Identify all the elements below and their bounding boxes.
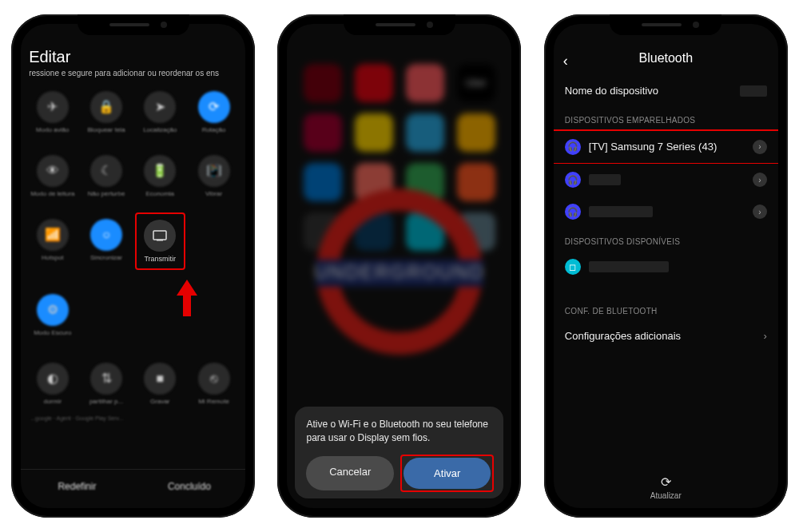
cast-label: Transmitir (144, 255, 176, 263)
refresh-icon: ⟳ (554, 474, 778, 490)
device-name-value-redacted (740, 85, 767, 97)
screen-2: Uber UNDERGROUND Ative o Wi-Fi e o Bluet… (287, 24, 511, 508)
paired-device-2[interactable]: 🎧 › (554, 164, 778, 196)
underground-logo: UNDERGROUND (312, 184, 487, 359)
tile-dark-mode[interactable]: ⚙Modo Escuro (27, 288, 78, 342)
tile-dnd[interactable]: ☾Não perturbe (81, 149, 131, 203)
cast-icon (144, 220, 176, 252)
paired-device-3[interactable]: 🎧 › (554, 196, 778, 228)
tile-empty (189, 212, 239, 267)
chevron-right-icon[interactable]: › (753, 173, 767, 187)
device-label-redacted (589, 174, 621, 185)
share-icon: ⇅ (90, 363, 122, 395)
tile-cast-highlighted[interactable]: Transmitir (135, 212, 185, 270)
paired-section-header: DISPOSITIVOS EMPARELHADOS (554, 106, 778, 129)
remote-icon: ⎋ (198, 363, 230, 395)
airplane-icon: ✈ (37, 91, 69, 123)
eye-icon: 👁 (37, 155, 69, 187)
device-icon: ◻ (565, 259, 581, 275)
tiles-row-5: ◐dormir ⇅partilhar p... ■Gravar ⎋Mi Remo… (21, 351, 245, 415)
svg-rect-1 (157, 240, 163, 241)
hotspot-icon: 📶 (37, 219, 69, 251)
tile-airplane[interactable]: ✈Modo avião (27, 85, 78, 139)
phone-3: ‹ Bluetooth Nome do dispositivo DISPOSIT… (544, 14, 788, 518)
edit-title: Editar (29, 48, 237, 66)
notch (610, 14, 721, 35)
small-text: ...google · Agent · Google Play Serv... (21, 415, 245, 421)
rotate-icon: ⟳ (198, 91, 230, 123)
tile-remote[interactable]: ⎋Mi Remote (189, 356, 239, 411)
tile-lock[interactable]: 🔒Bloquear tela (81, 85, 131, 139)
chevron-right-icon[interactable]: › (753, 204, 767, 219)
device-label-redacted (589, 206, 653, 217)
device-name-label: Nome do dispositivo (565, 85, 658, 97)
cancel-button[interactable]: Cancelar (306, 456, 394, 490)
tile-sleep[interactable]: ◐dormir (27, 356, 78, 411)
tile-location[interactable]: ➤Localização (135, 85, 185, 139)
headphone-icon: 🎧 (565, 139, 581, 155)
contrast-icon: ◐ (37, 363, 69, 395)
svg-rect-0 (153, 231, 166, 240)
tiles-row-2: 👁Modo de leitura ☾Não perturbe 🔋Economia… (21, 144, 245, 208)
done-button[interactable]: Concluído (133, 470, 246, 503)
tile-vibrate[interactable]: 📳Vibrar (189, 149, 239, 203)
svg-text:UNDERGROUND: UNDERGROUND (314, 261, 485, 283)
tiles-row-4: ⚙Modo Escuro (21, 283, 245, 347)
refresh-button[interactable]: ⟳ Atualizar (554, 474, 778, 500)
conf-section-header: CONF. DE BLUETOOTH (554, 297, 778, 320)
tile-sync[interactable]: ○Sincronizar (81, 212, 131, 267)
edit-subtitle: ressione e segure para adicionar ou reor… (29, 68, 237, 78)
page-title: Bluetooth (639, 51, 694, 66)
tile-rotation[interactable]: ⟳Rotação (189, 85, 239, 139)
notch (78, 14, 189, 35)
activate-button[interactable]: Ativar (403, 458, 491, 489)
location-icon: ➤ (144, 91, 176, 123)
phone-1: Editar ressione e segure para adicionar … (11, 14, 255, 518)
more-settings-label: Configurações adicionais (565, 330, 681, 342)
tiles-row-1: ✈Modo avião 🔒Bloquear tela ➤Localização … (21, 80, 245, 144)
tiles-row-3: 📶Hotspot ○Sincronizar Transmitir (21, 208, 245, 275)
available-section-header: DISPOSITIVOS DISPONÍVEIS (554, 228, 778, 251)
vibrate-icon: 📳 (198, 155, 230, 187)
wifi-bluetooth-dialog: Ative o Wi-Fi e o Bluetooth no seu telef… (295, 407, 503, 498)
record-icon: ■ (144, 363, 176, 395)
screen-1: Editar ressione e segure para adicionar … (21, 24, 245, 508)
phone-2: Uber UNDERGROUND Ative o Wi-Fi e o Bluet… (277, 14, 521, 518)
tile-read-mode[interactable]: 👁Modo de leitura (27, 149, 78, 203)
reset-button[interactable]: Redefinir (21, 470, 133, 503)
tile-share[interactable]: ⇅partilhar p... (81, 356, 131, 411)
dialog-message: Ative o Wi-Fi e o Bluetooth no seu telef… (306, 418, 492, 445)
activate-highlight: Ativar (400, 455, 495, 492)
paired-device-label: [TV] Samsung 7 Series (43) (589, 141, 717, 153)
notch (344, 14, 455, 35)
battery-icon: 🔋 (144, 155, 176, 187)
available-device-1[interactable]: ◻ (554, 251, 778, 283)
device-label-redacted (589, 261, 669, 272)
refresh-label: Atualizar (650, 491, 682, 500)
chevron-right-icon: › (763, 330, 766, 342)
tile-record[interactable]: ■Gravar (135, 356, 185, 411)
tile-battery[interactable]: 🔋Economia (135, 149, 185, 203)
footer: Redefinir Concluído (21, 469, 245, 503)
lock-icon: 🔒 (90, 91, 122, 123)
headphone-icon: 🎧 (565, 172, 581, 188)
tile-hotspot[interactable]: 📶Hotspot (27, 212, 78, 267)
chevron-right-icon[interactable]: › (753, 140, 767, 154)
device-name-row[interactable]: Nome do dispositivo (554, 75, 778, 106)
paired-device-tv[interactable]: 🎧 [TV] Samsung 7 Series (43) › (554, 131, 778, 163)
more-settings-row[interactable]: Configurações adicionais › (554, 320, 778, 351)
headphone-icon: 🎧 (565, 204, 581, 220)
sync-icon: ○ (90, 219, 122, 251)
back-button[interactable]: ‹ (563, 53, 568, 69)
screen-3: ‹ Bluetooth Nome do dispositivo DISPOSIT… (554, 24, 778, 508)
moon-icon: ☾ (90, 155, 122, 187)
gear-icon: ⚙ (37, 294, 69, 326)
